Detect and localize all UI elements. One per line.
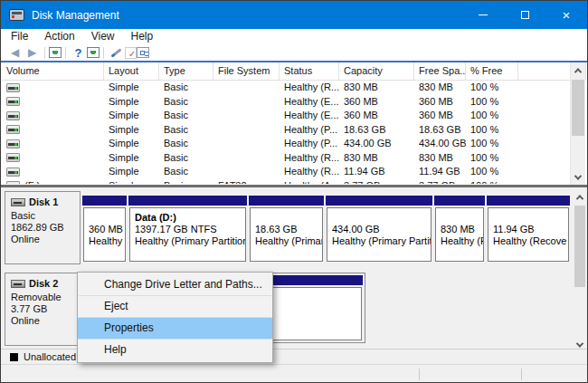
forward-arrow-icon[interactable] bbox=[24, 45, 41, 60]
scrollbar-thumb[interactable] bbox=[574, 206, 585, 287]
cell-layout: Simple bbox=[104, 109, 159, 122]
cell-volume bbox=[2, 168, 104, 177]
partition-box[interactable]: 11.94 GBHealthy (Recove bbox=[487, 196, 570, 262]
cell-type: Basic bbox=[159, 81, 213, 94]
scrollbar-thumb[interactable] bbox=[572, 80, 584, 136]
cell-pct: 100 % bbox=[466, 137, 518, 150]
cell-volume bbox=[2, 111, 104, 120]
cell-layout: Simple bbox=[104, 137, 159, 150]
properties-list-icon[interactable] bbox=[137, 47, 149, 58]
column-header-free[interactable]: Free Spa... bbox=[414, 62, 466, 80]
menu-bar: FileActionViewHelp bbox=[1, 29, 587, 44]
partition-box[interactable]: 18.63 GBHealthy (Primary bbox=[249, 196, 324, 262]
scroll-down-icon[interactable] bbox=[571, 169, 585, 185]
partition-color-bar bbox=[249, 196, 324, 206]
disk2-name: Disk 2 bbox=[29, 278, 58, 289]
graphical-pane-scrollbar[interactable] bbox=[574, 189, 586, 352]
partition-name: Data (D:) bbox=[135, 212, 245, 224]
window-title: Disk Management bbox=[32, 9, 119, 22]
check-document-icon[interactable] bbox=[125, 47, 137, 59]
cell-volume: (F:) bbox=[2, 179, 104, 184]
volume-row[interactable]: (F:)SimpleBasicFAT32Healthy (A...3.77 GB… bbox=[2, 179, 586, 185]
maximize-button[interactable] bbox=[504, 1, 545, 29]
partition-name bbox=[441, 212, 483, 224]
column-header-status[interactable]: Status bbox=[280, 62, 339, 80]
column-header-type[interactable]: Type bbox=[159, 62, 213, 80]
partition-size: 1397.17 GB NTFS bbox=[135, 224, 245, 235]
context-menu: Change Drive Letter and Paths...EjectPro… bbox=[77, 272, 273, 363]
cell-layout: Simple bbox=[104, 81, 159, 94]
column-header-volume[interactable]: Volume bbox=[2, 62, 104, 80]
cell-volume bbox=[2, 139, 104, 148]
column-header-capacity[interactable]: Capacity bbox=[339, 62, 414, 80]
show-console-window-icon[interactable] bbox=[87, 47, 100, 58]
cell-status: Healthy (R... bbox=[280, 81, 339, 94]
cell-pct: 100 % bbox=[466, 109, 518, 122]
column-header-layout[interactable]: Layout bbox=[104, 62, 159, 80]
disk-icon bbox=[11, 198, 25, 206]
menu-file[interactable]: File bbox=[3, 29, 36, 44]
volume-name: (F:) bbox=[24, 179, 40, 184]
volume-drive-icon bbox=[6, 97, 20, 106]
disk1-kind: Basic bbox=[11, 210, 80, 222]
disk-icon bbox=[11, 280, 25, 288]
menu-view[interactable]: View bbox=[83, 29, 123, 44]
disk2-label-panel[interactable]: Disk 2 Removable 3.77 GB Online bbox=[5, 273, 81, 346]
scroll-up-icon[interactable] bbox=[571, 62, 585, 78]
cell-layout: Simple bbox=[104, 95, 159, 109]
cell-volume bbox=[2, 125, 104, 134]
disk1-label-panel[interactable]: Disk 1 Basic 1862.89 GB Online bbox=[5, 191, 81, 264]
partition-status: Healthy (Primary Partition bbox=[135, 235, 245, 247]
cell-capacity: 830 MB bbox=[339, 151, 414, 165]
volume-row[interactable]: SimpleBasicHealthy (R...830 MB830 MB100 … bbox=[2, 81, 586, 95]
cell-volume bbox=[2, 97, 104, 106]
cell-status: Healthy (P... bbox=[280, 137, 339, 150]
partition-name bbox=[89, 212, 125, 224]
partition-box[interactable]: 434.00 GBHealthy (Primary Partit bbox=[326, 196, 432, 262]
help-icon[interactable] bbox=[70, 45, 87, 60]
cell-free: 434.00 GB bbox=[414, 137, 466, 150]
scroll-up-icon[interactable] bbox=[574, 189, 586, 205]
partition-color-bar bbox=[326, 196, 432, 206]
volume-row[interactable]: SimpleBasicHealthy (P...18.63 GB18.63 GB… bbox=[2, 123, 586, 138]
context-menu-item-change-drive-letter-and-paths[interactable]: Change Drive Letter and Paths... bbox=[78, 274, 272, 295]
column-header-fs[interactable]: File System bbox=[213, 62, 280, 80]
partition-size: 18.63 GB bbox=[255, 224, 322, 235]
column-header-pct[interactable]: % Free bbox=[466, 62, 518, 80]
cell-free: 830 MB bbox=[414, 151, 466, 165]
disk1-status: Online bbox=[11, 234, 80, 245]
partition-size: 830 MB bbox=[441, 224, 483, 235]
back-arrow-icon[interactable] bbox=[6, 45, 24, 60]
menu-action[interactable]: Action bbox=[36, 29, 82, 44]
partition-box[interactable]: 360 MBHealthy ( bbox=[82, 196, 127, 262]
disk1-size: 1862.89 GB bbox=[11, 222, 80, 234]
partition-body: 11.94 GBHealthy (Recove bbox=[488, 207, 569, 262]
tool-icon[interactable] bbox=[108, 45, 125, 60]
cell-status: Healthy (A... bbox=[280, 179, 339, 184]
cell-capacity: 11.94 GB bbox=[339, 165, 414, 178]
context-menu-item-eject[interactable]: Eject bbox=[78, 296, 272, 317]
volume-row[interactable]: SimpleBasicHealthy (E...360 MB360 MB100 … bbox=[2, 95, 586, 110]
console-window-icon[interactable] bbox=[49, 47, 62, 58]
disk2-status: Online bbox=[11, 315, 80, 327]
volume-drive-icon bbox=[6, 153, 20, 162]
menu-help[interactable]: Help bbox=[123, 29, 162, 44]
volume-row[interactable]: SimpleBasicHealthy (E...360 MB360 MB100 … bbox=[2, 109, 586, 123]
context-menu-item-properties[interactable]: Properties bbox=[78, 318, 272, 339]
partition-box[interactable]: Data (D:)1397.17 GB NTFSHealthy (Primary… bbox=[128, 196, 247, 262]
cell-pct: 100 % bbox=[466, 123, 518, 137]
context-menu-item-help[interactable]: Help bbox=[78, 340, 272, 360]
partition-box[interactable]: 830 MBHealthy (R bbox=[434, 196, 485, 262]
disk1-partition-strip: 360 MBHealthy (Data (D:)1397.17 GB NTFSH… bbox=[82, 196, 570, 262]
volume-list-pane: VolumeLayoutTypeFile SystemStatusCapacit… bbox=[2, 62, 586, 185]
toolbar-separator bbox=[44, 47, 45, 59]
volume-drive-icon bbox=[6, 181, 20, 184]
volume-list-scrollbar[interactable] bbox=[570, 62, 585, 185]
volume-row[interactable]: SimpleBasicHealthy (P...434.00 GB434.00 … bbox=[2, 137, 586, 151]
close-button[interactable]: × bbox=[545, 1, 587, 29]
minimize-button[interactable] bbox=[462, 1, 504, 29]
volume-row[interactable]: SimpleBasicHealthy (R...830 MB830 MB100 … bbox=[2, 151, 586, 166]
toolbar bbox=[1, 44, 587, 61]
cell-capacity: 18.63 GB bbox=[339, 123, 414, 137]
volume-row[interactable]: SimpleBasicHealthy (R...11.94 GB11.94 GB… bbox=[2, 165, 586, 179]
